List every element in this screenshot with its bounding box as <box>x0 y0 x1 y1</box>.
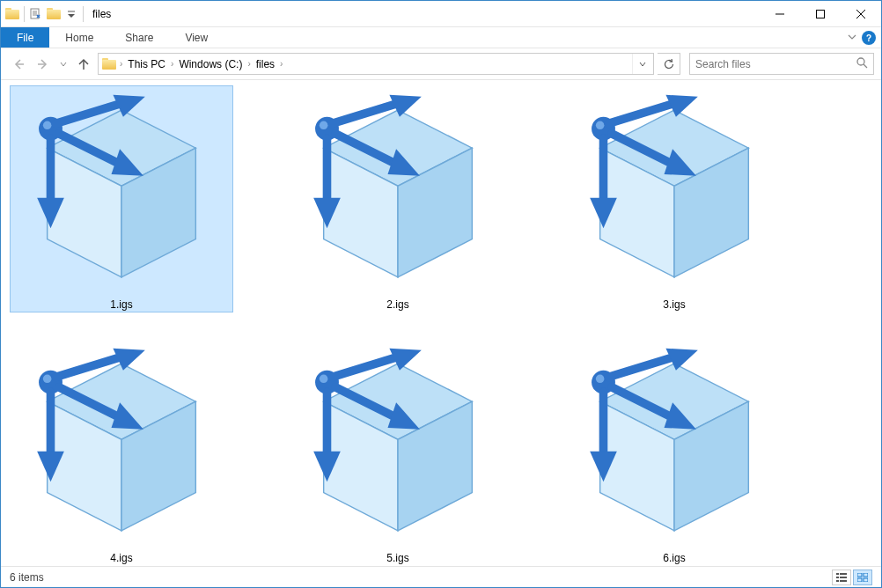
svg-marker-13 <box>68 14 75 18</box>
file-name-label: 1.igs <box>110 298 132 311</box>
properties-icon[interactable] <box>28 4 44 24</box>
chevron-right-icon[interactable]: › <box>246 59 252 69</box>
file-thumbnail-icon <box>566 341 783 550</box>
chevron-right-icon[interactable]: › <box>169 59 175 69</box>
app-icon[interactable] <box>4 4 20 24</box>
maximize-button[interactable] <box>800 1 841 27</box>
file-item[interactable]: 2.igs <box>286 85 510 312</box>
file-thumbnail-icon <box>13 87 230 297</box>
ribbon-expand-icon[interactable] <box>848 32 856 44</box>
svg-rect-27 <box>836 580 839 582</box>
file-name-label: 3.igs <box>663 298 685 311</box>
file-name-label: 2.igs <box>386 298 408 311</box>
titlebar: files <box>1 1 881 27</box>
search-input[interactable] <box>695 58 856 70</box>
search-icon[interactable] <box>856 56 868 71</box>
tab-home[interactable]: Home <box>49 27 109 48</box>
file-item[interactable]: 5.igs <box>286 339 510 566</box>
svg-line-22 <box>864 64 867 68</box>
svg-rect-26 <box>840 577 847 578</box>
file-name-label: 5.igs <box>386 552 408 564</box>
chevron-right-icon[interactable]: › <box>278 59 284 69</box>
breadcrumb-segment[interactable]: Windows (C:) <box>175 58 246 70</box>
tab-share[interactable]: Share <box>109 27 169 48</box>
item-count-label: 6 items <box>10 571 44 584</box>
navigation-bar: › This PC › Windows (C:) › files › <box>1 48 881 80</box>
tab-label: View <box>185 32 208 44</box>
file-tab-label: File <box>17 32 33 44</box>
back-button[interactable] <box>8 54 29 75</box>
svg-rect-29 <box>857 573 862 577</box>
details-view-button[interactable] <box>832 570 851 585</box>
location-folder-icon <box>100 55 118 73</box>
svg-rect-23 <box>836 573 839 575</box>
minimize-button[interactable] <box>760 1 800 27</box>
breadcrumb-segment[interactable]: This PC <box>124 58 169 70</box>
file-item[interactable]: 3.igs <box>562 85 786 312</box>
breadcrumb-segment[interactable]: files <box>253 58 278 70</box>
file-pane[interactable]: 1.igs2.igs3.igs4.igs5.igs6.igs <box>1 80 881 566</box>
address-dropdown-icon[interactable] <box>632 54 651 74</box>
close-button[interactable] <box>841 1 881 27</box>
file-thumbnail-icon <box>290 87 506 297</box>
chevron-right-icon[interactable]: › <box>118 59 124 69</box>
file-thumbnail-icon <box>290 341 506 550</box>
new-folder-icon[interactable] <box>46 4 62 24</box>
search-box[interactable] <box>689 53 874 75</box>
file-tab[interactable]: File <box>1 27 49 48</box>
tab-view[interactable]: View <box>169 27 224 48</box>
file-thumbnail-icon <box>566 87 783 297</box>
svg-rect-28 <box>840 580 847 582</box>
up-button[interactable] <box>73 54 94 75</box>
file-name-label: 6.igs <box>663 552 685 564</box>
file-thumbnail-icon <box>13 341 230 550</box>
svg-rect-15 <box>817 10 825 18</box>
tab-label: Home <box>65 32 93 44</box>
file-item[interactable]: 4.igs <box>10 339 233 566</box>
quick-access-toolbar <box>1 4 85 24</box>
qat-dropdown-icon[interactable] <box>63 4 79 24</box>
svg-point-21 <box>857 58 864 65</box>
file-name-label: 4.igs <box>110 552 132 564</box>
ribbon-tabs: File Home Share View ? <box>1 27 881 48</box>
address-bar[interactable]: › This PC › Windows (C:) › files › <box>98 53 654 75</box>
status-bar: 6 items <box>1 566 881 587</box>
window-title: files <box>92 8 111 20</box>
refresh-button[interactable] <box>658 53 680 75</box>
help-icon[interactable]: ? <box>862 31 876 45</box>
tab-label: Share <box>125 32 153 44</box>
file-item[interactable]: 6.igs <box>562 339 786 566</box>
divider <box>83 6 84 22</box>
svg-rect-25 <box>836 577 839 578</box>
file-item[interactable]: 1.igs <box>10 85 233 312</box>
forward-button[interactable] <box>33 54 54 75</box>
svg-rect-31 <box>857 578 862 582</box>
svg-rect-30 <box>864 573 868 577</box>
divider <box>24 6 25 22</box>
svg-rect-32 <box>864 578 868 582</box>
thumbnails-view-button[interactable] <box>853 570 872 585</box>
svg-rect-24 <box>840 573 847 575</box>
recent-locations-icon[interactable] <box>57 54 70 75</box>
window-controls <box>760 1 881 27</box>
